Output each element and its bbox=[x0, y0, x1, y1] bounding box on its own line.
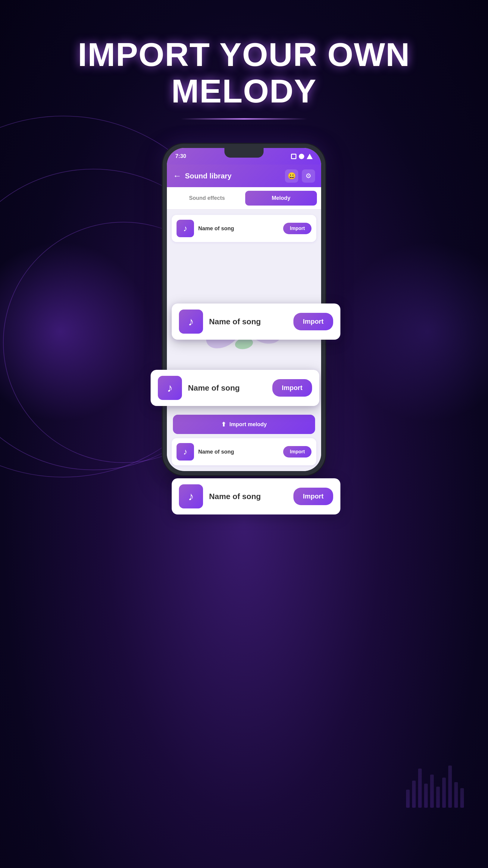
app-title: Sound library bbox=[185, 172, 281, 180]
tab-melody[interactable]: Melody bbox=[245, 191, 317, 206]
song-icon-bottom: ♪ bbox=[179, 484, 203, 508]
song-icon-middle: ♪ bbox=[158, 376, 182, 400]
tab-bar: Sound effects Melody bbox=[167, 187, 321, 210]
music-note-phone-2: ♪ bbox=[183, 447, 187, 457]
music-note-icon-bottom: ♪ bbox=[188, 490, 194, 503]
import-melody-label: Import melody bbox=[229, 421, 267, 428]
song-item-1: ♪ Name of song Import bbox=[172, 215, 316, 242]
song-name-phone-1: Name of song bbox=[198, 225, 279, 232]
music-note-phone-1: ♪ bbox=[183, 224, 187, 233]
phone-notch bbox=[224, 148, 264, 158]
status-time: 7:30 bbox=[175, 153, 186, 159]
song-name-middle: Name of song bbox=[188, 383, 266, 393]
import-button-top[interactable]: Import bbox=[293, 313, 333, 330]
status-bar: 7:30 bbox=[167, 148, 321, 164]
song-name-top: Name of song bbox=[209, 317, 287, 327]
song-item-2: ♪ Name of song Import bbox=[172, 438, 316, 465]
import-button-bottom[interactable]: Import bbox=[293, 488, 333, 505]
title-underline bbox=[181, 118, 307, 120]
song-icon-phone-1: ♪ bbox=[176, 220, 194, 237]
music-note-icon-middle: ♪ bbox=[167, 381, 173, 395]
title-line1: IMPORT YOUR OWN bbox=[78, 36, 410, 73]
song-name-phone-2: Name of song bbox=[198, 449, 279, 455]
bg-glow-right bbox=[337, 241, 488, 422]
emoji-button[interactable]: 😀 bbox=[285, 169, 298, 183]
import-button-middle[interactable]: Import bbox=[272, 379, 312, 397]
floating-card-bottom: ♪ Name of song Import bbox=[172, 478, 340, 515]
song-icon-phone-2: ♪ bbox=[176, 443, 194, 461]
song-icon-top: ♪ bbox=[179, 310, 203, 334]
import-btn-phone-2[interactable]: Import bbox=[283, 446, 312, 458]
tab-sound-effects[interactable]: Sound effects bbox=[171, 191, 243, 206]
status-icon-wifi bbox=[299, 154, 304, 159]
status-icon-battery bbox=[291, 154, 296, 159]
upload-icon: ⬆ bbox=[221, 421, 226, 428]
floating-card-top: ♪ Name of song Import bbox=[172, 304, 340, 340]
page-header: IMPORT YOUR OWN MELODY bbox=[78, 36, 410, 120]
title-line2: MELODY bbox=[171, 72, 317, 110]
phone-wrapper: ♪ Name of song Import ♪ Name of song Imp… bbox=[163, 144, 325, 475]
back-button[interactable]: ← bbox=[173, 171, 181, 181]
song-name-bottom: Name of song bbox=[209, 492, 287, 501]
screen-content: ♪ Name of song Import bbox=[167, 210, 321, 471]
music-note-icon-top: ♪ bbox=[188, 315, 194, 328]
import-btn-phone-1[interactable]: Import bbox=[283, 223, 312, 234]
status-icon-signal bbox=[307, 154, 313, 159]
emoji-icon: 😀 bbox=[288, 172, 296, 180]
gear-icon: ⚙ bbox=[305, 172, 312, 180]
eq-bars-decoration bbox=[406, 766, 464, 808]
floating-card-middle: ♪ Name of song Import bbox=[151, 370, 319, 406]
settings-button[interactable]: ⚙ bbox=[302, 169, 315, 183]
import-melody-button[interactable]: ⬆ Import melody bbox=[173, 415, 315, 434]
app-header: ← Sound library 😀 ⚙ bbox=[167, 164, 321, 187]
status-icons bbox=[291, 154, 313, 159]
